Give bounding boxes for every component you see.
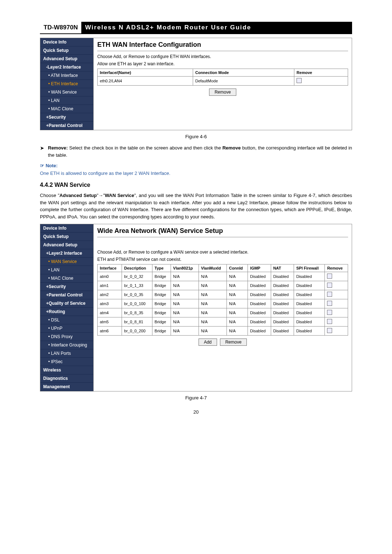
cell: br_0_8_81 bbox=[122, 317, 152, 327]
cell: Disabled bbox=[294, 327, 325, 336]
remove-checkbox[interactable] bbox=[327, 292, 332, 297]
cell: N/A bbox=[227, 272, 248, 281]
cell: Bridge bbox=[152, 317, 171, 327]
cell: N/A bbox=[171, 327, 199, 336]
remove-checkbox[interactable] bbox=[327, 301, 332, 306]
sidebar-item[interactable]: +Layer2 Interface bbox=[40, 249, 93, 258]
remove-checkbox[interactable] bbox=[327, 319, 332, 324]
sidebar-item[interactable]: • DNS Proxy bbox=[40, 333, 93, 341]
sidebar-item[interactable]: Diagnostics bbox=[40, 374, 93, 383]
sidebar-item[interactable]: +Security bbox=[40, 283, 93, 291]
cell-remove bbox=[325, 272, 348, 281]
cell: Bridge bbox=[152, 327, 171, 336]
cell: atm4 bbox=[98, 308, 122, 317]
sidebar-item[interactable]: Device Info bbox=[40, 224, 93, 233]
remove-checkbox[interactable] bbox=[297, 78, 302, 83]
th: Remove bbox=[325, 264, 348, 272]
sidebar-item[interactable]: • LAN Ports bbox=[40, 349, 93, 358]
pane-eth-wan: ETH WAN Interface Configuration Choose A… bbox=[94, 38, 352, 130]
cell: N/A bbox=[199, 299, 226, 308]
sidebar-item[interactable]: • ETH Interface bbox=[40, 80, 93, 88]
cell: Disabled bbox=[248, 317, 271, 327]
cell: atm3 bbox=[98, 299, 122, 308]
cell: Disabled bbox=[271, 290, 294, 299]
cell: eth0.2/LAN4 bbox=[98, 77, 193, 86]
sidebar-item[interactable]: Advanced Setup bbox=[40, 55, 93, 63]
th: Type bbox=[152, 264, 171, 272]
cell: Disabled bbox=[294, 308, 325, 317]
cell: Bridge bbox=[152, 299, 171, 308]
cell-remove bbox=[325, 327, 348, 336]
table-row: atm1br_0_1_33BridgeN/AN/AN/ADisabledDisa… bbox=[98, 281, 348, 290]
remove-button[interactable]: Remove bbox=[220, 338, 247, 346]
remove-instruction: ➤ Remove: Select the check box in the ta… bbox=[40, 144, 352, 159]
cell: N/A bbox=[199, 281, 226, 290]
doc-header: TD-W8970N Wireless N ADSL2+ Modem Router… bbox=[40, 22, 352, 34]
remove-checkbox[interactable] bbox=[327, 274, 332, 279]
sidebar-item[interactable]: Management bbox=[40, 383, 93, 391]
cell: br_0_0_200 bbox=[122, 327, 152, 336]
sidebar-item[interactable]: • MAC Clone bbox=[40, 274, 93, 283]
model-number: TD-W8970N bbox=[40, 22, 81, 33]
cell: Disabled bbox=[271, 317, 294, 327]
remove-button[interactable]: Remove bbox=[209, 89, 236, 96]
sidebar-item[interactable]: +Quality of Service bbox=[40, 299, 93, 308]
cell-remove bbox=[325, 308, 348, 317]
sidebar-item[interactable]: • ATM Interface bbox=[40, 71, 93, 80]
cell: N/A bbox=[171, 281, 199, 290]
add-button[interactable]: Add bbox=[199, 338, 217, 346]
cell: Disabled bbox=[271, 308, 294, 317]
th: ConnId bbox=[227, 264, 248, 272]
section-heading: 4.4.2 WAN Service bbox=[40, 182, 352, 188]
cell: Disabled bbox=[271, 327, 294, 336]
th: VlanMuxId bbox=[199, 264, 226, 272]
cell: atm2 bbox=[98, 290, 122, 299]
table-row: eth0.2/LAN4 DefaultMode bbox=[98, 77, 348, 86]
hint-text: Choose Add, or Remove to configure a WAN… bbox=[97, 250, 348, 255]
sidebar-item[interactable]: Advanced Setup bbox=[40, 241, 93, 249]
table-row: atm4br_0_8_35BridgeN/AN/AN/ADisabledDisa… bbox=[98, 308, 348, 317]
cell: N/A bbox=[227, 299, 248, 308]
th: Description bbox=[122, 264, 152, 272]
sidebar-item[interactable]: • Interface Grouping bbox=[40, 341, 93, 349]
sidebar-item[interactable]: Quick Setup bbox=[40, 233, 93, 241]
remove-checkbox[interactable] bbox=[327, 310, 332, 315]
sidebar-item[interactable]: Quick Setup bbox=[40, 46, 93, 55]
hint-text: ETH and PTM/ATM service can not coexist. bbox=[97, 257, 348, 262]
cell-remove bbox=[294, 77, 348, 86]
sidebar-item[interactable]: Wireless bbox=[40, 366, 93, 374]
cell: N/A bbox=[171, 272, 199, 281]
figure-caption: Figure 4-7 bbox=[40, 395, 352, 401]
hint-text: Choose Add, or Remove to configure ETH W… bbox=[97, 54, 348, 59]
sidebar-item[interactable]: +Security bbox=[40, 113, 93, 122]
table-row: atm0br_0_0_32BridgeN/AN/AN/ADisabledDisa… bbox=[98, 272, 348, 281]
cell: br_0_1_33 bbox=[122, 281, 152, 290]
remove-checkbox[interactable] bbox=[327, 328, 332, 333]
cell: Disabled bbox=[248, 299, 271, 308]
figure-caption: Figure 4-6 bbox=[40, 134, 352, 139]
cell: Disabled bbox=[271, 299, 294, 308]
sidebar-item[interactable]: • WAN Service bbox=[40, 88, 93, 97]
cell: Disabled bbox=[294, 272, 325, 281]
cell: Bridge bbox=[152, 281, 171, 290]
sidebar-item[interactable]: +Routing bbox=[40, 308, 93, 316]
sidebar-item[interactable]: +Parental Control bbox=[40, 291, 93, 299]
cell: Disabled bbox=[294, 299, 325, 308]
sidebar-item[interactable]: • DSL bbox=[40, 316, 93, 324]
sidebar-item[interactable]: Device Info bbox=[40, 38, 93, 46]
cell: N/A bbox=[199, 308, 226, 317]
sidebar-item[interactable]: • WAN Service bbox=[40, 258, 93, 266]
sidebar-item[interactable]: • LAN bbox=[40, 97, 93, 105]
sidebar-item[interactable]: • MAC Clone bbox=[40, 105, 93, 113]
cell: N/A bbox=[199, 327, 226, 336]
sidebar-2: Device InfoQuick SetupAdvanced Setup+Lay… bbox=[40, 224, 94, 391]
sidebar-item[interactable]: • LAN bbox=[40, 266, 93, 274]
th: NAT bbox=[271, 264, 294, 272]
sidebar-item[interactable]: -Layer2 Interface bbox=[40, 63, 93, 71]
remove-checkbox[interactable] bbox=[327, 283, 332, 288]
sidebar-item[interactable]: • IPSec bbox=[40, 358, 93, 366]
sidebar-item[interactable]: • UPnP bbox=[40, 324, 93, 333]
cell: Disabled bbox=[294, 290, 325, 299]
sidebar-item[interactable]: +Parental Control bbox=[40, 122, 93, 130]
doc-title: Wireless N ADSL2+ Modem Router User Guid… bbox=[81, 22, 352, 33]
